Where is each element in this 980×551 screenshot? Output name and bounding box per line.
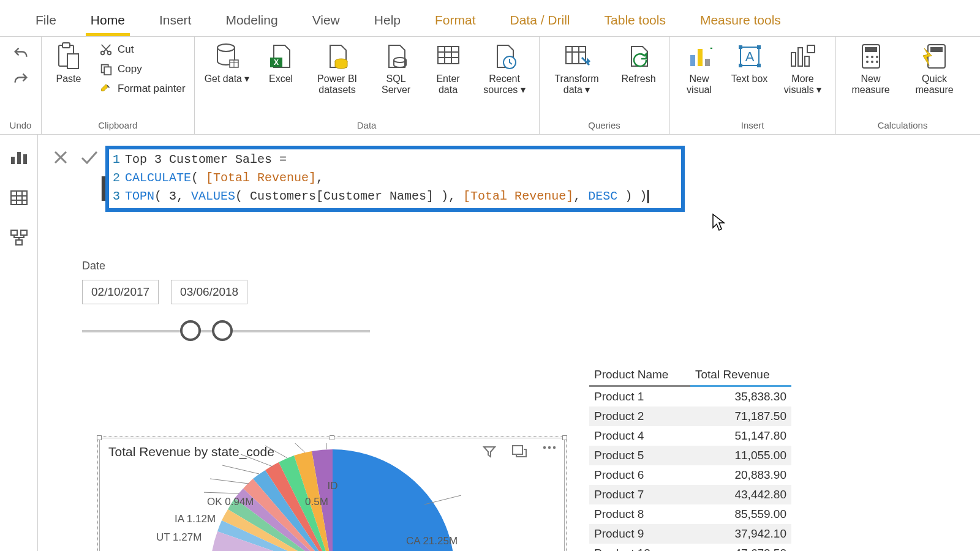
model-view-button[interactable]	[9, 228, 29, 249]
menu-measure-tools[interactable]: Measure tools	[683, 7, 798, 36]
refresh-button[interactable]: Refresh	[617, 40, 661, 84]
svg-text:X: X	[274, 58, 279, 67]
visual-filter-icon[interactable]	[482, 444, 497, 459]
pie-chart-visual[interactable]: Total Revenue by state_code	[99, 438, 565, 551]
slicer-handle-start[interactable]	[180, 320, 201, 341]
enter-data-button[interactable]: Enter data	[429, 40, 468, 96]
transform-data-icon	[562, 42, 592, 71]
svg-text:A: A	[745, 49, 754, 64]
enter-data-label: Enter data	[429, 73, 468, 96]
formula-commit-button[interactable]	[80, 149, 98, 165]
table-row[interactable]: Product 511,055.00	[589, 446, 791, 465]
table-row[interactable]: Product 885,559.00	[589, 504, 791, 524]
recent-sources-button[interactable]: Recent sources ▾	[479, 40, 530, 96]
svg-point-61	[543, 446, 546, 449]
formula-editor[interactable]: 1Top 3 Customer Sales = 2CALCULATE( [Tot…	[105, 146, 685, 212]
table-row[interactable]: Product 937,942.10	[589, 524, 791, 544]
slicer-start-date[interactable]: 02/10/2017	[82, 280, 159, 304]
copy-label: Copy	[118, 63, 142, 75]
table-header-revenue[interactable]: Total Revenue	[690, 364, 791, 386]
get-data-label: Get data	[205, 73, 242, 84]
refresh-icon	[624, 42, 654, 71]
table-row[interactable]: Product 743,442.80	[589, 485, 791, 504]
svg-point-63	[553, 446, 556, 449]
svg-rect-51	[23, 154, 27, 164]
data-view-button[interactable]	[9, 187, 29, 208]
ribbon-group-undo: Undo	[0, 37, 42, 134]
text-box-label: Text box	[731, 73, 768, 84]
sql-server-icon	[382, 42, 411, 71]
chevron-down-icon: ▾	[816, 84, 821, 95]
quick-measure-icon	[920, 42, 949, 71]
excel-icon: X	[266, 42, 296, 71]
format-painter-icon	[98, 81, 114, 97]
slicer-handle-end[interactable]	[212, 320, 233, 341]
table-row[interactable]: Product 620,883.90	[589, 465, 791, 485]
transform-data-button[interactable]: Transform data ▾	[548, 40, 606, 96]
menu-bar: File Home Insert Modeling View Help Form…	[0, 0, 980, 37]
formula-cancel-button[interactable]	[53, 149, 69, 165]
group-label-insert: Insert	[741, 119, 764, 133]
enter-data-icon	[434, 42, 463, 71]
svg-line-69	[222, 465, 259, 474]
svg-line-68	[241, 454, 273, 467]
slicer-track[interactable]	[82, 313, 370, 350]
menu-data-drill[interactable]: Data / Drill	[493, 7, 587, 36]
table-row[interactable]: Product 135,838.30	[589, 386, 791, 407]
copy-button[interactable]: Copy	[98, 61, 186, 77]
chevron-down-icon: ▾	[244, 73, 249, 84]
visual-more-icon[interactable]	[542, 444, 557, 459]
revenue-table-visual[interactable]: Product Name Total Revenue Product 135,8…	[589, 364, 791, 551]
format-painter-button[interactable]: Format painter	[98, 81, 186, 97]
svg-rect-27	[705, 59, 710, 66]
report-view-button[interactable]	[9, 147, 29, 168]
new-visual-button[interactable]: +New visual	[679, 40, 720, 96]
revenue-table: Product Name Total Revenue Product 135,8…	[589, 364, 791, 551]
mouse-cursor-icon	[712, 213, 725, 231]
svg-line-67	[265, 446, 287, 458]
menu-view[interactable]: View	[295, 7, 357, 36]
text-box-button[interactable]: AText box	[731, 40, 768, 84]
refresh-label: Refresh	[622, 73, 656, 84]
slicer-label: Date	[82, 260, 370, 272]
table-row[interactable]: Product 271,187.50	[589, 407, 791, 426]
menu-modeling[interactable]: Modeling	[208, 7, 295, 36]
get-data-button[interactable]: Get data ▾	[203, 40, 251, 84]
table-header-product[interactable]: Product Name	[589, 364, 690, 386]
date-slicer[interactable]: Date 02/10/2017 03/06/2018	[82, 260, 370, 350]
more-visuals-button[interactable]: More visuals ▾	[779, 40, 827, 96]
cut-label: Cut	[118, 43, 134, 56]
svg-rect-40	[865, 47, 877, 52]
ribbon-group-calculations: New measure Quick measure Calculations	[836, 37, 970, 134]
quick-measure-button[interactable]: Quick measure	[908, 40, 961, 96]
undo-button[interactable]	[12, 45, 29, 62]
pie-label-ok: OK 0.94M	[207, 496, 254, 508]
new-measure-label: New measure	[845, 73, 897, 96]
sql-server-button[interactable]: SQL Server	[375, 40, 418, 96]
new-measure-button[interactable]: New measure	[845, 40, 897, 96]
pbi-datasets-button[interactable]: Power BI datasets	[311, 40, 364, 96]
visual-focus-icon[interactable]	[511, 444, 527, 459]
menu-format[interactable]: Format	[418, 7, 493, 36]
svg-rect-34	[757, 64, 761, 67]
report-canvas[interactable]: In 1Top 3 Customer Sales = 2CALCULATE( […	[38, 135, 980, 551]
paste-button[interactable]: Paste	[50, 40, 87, 84]
menu-insert[interactable]: Insert	[142, 7, 209, 36]
menu-home[interactable]: Home	[74, 7, 142, 36]
excel-button[interactable]: XExcel	[262, 40, 300, 84]
svg-rect-52	[11, 191, 27, 204]
main-area: In 1Top 3 Customer Sales = 2CALCULATE( […	[0, 135, 980, 551]
svg-rect-33	[739, 64, 742, 67]
ribbon-group-clipboard: Paste Cut Copy Format painter Clipboard	[42, 37, 195, 134]
redo-button[interactable]	[12, 71, 29, 88]
more-visuals-label: More visuals	[784, 73, 814, 95]
table-row[interactable]: Product 451,147.80	[589, 426, 791, 446]
cut-button[interactable]: Cut	[98, 42, 186, 58]
paste-label: Paste	[56, 73, 81, 84]
menu-file[interactable]: File	[18, 7, 74, 36]
table-row[interactable]: Product 1047,670.50	[589, 544, 791, 551]
menu-table-tools[interactable]: Table tools	[587, 7, 683, 36]
slicer-end-date[interactable]: 03/06/2018	[171, 280, 247, 304]
menu-help[interactable]: Help	[357, 7, 418, 36]
new-visual-icon: +	[685, 42, 714, 71]
